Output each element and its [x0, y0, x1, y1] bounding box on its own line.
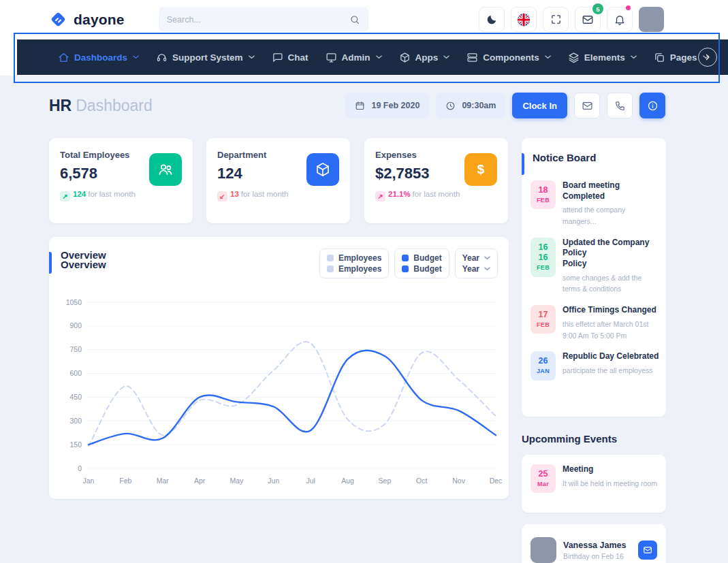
trend-value: 21.1%	[388, 190, 411, 198]
chevron-down-icon	[631, 55, 637, 59]
card-accent-bar	[49, 252, 52, 274]
mail-action-button[interactable]	[574, 93, 600, 118]
event-title: Meeting	[563, 464, 657, 475]
clock-icon	[445, 101, 456, 111]
bell-icon	[614, 14, 626, 26]
legend-employees-toggle[interactable]: Employees Employees	[319, 248, 389, 278]
clock-in-button[interactable]: Clock In	[512, 93, 567, 118]
svg-text:Aug: Aug	[341, 477, 354, 485]
budget-dot	[402, 266, 409, 272]
stat-trend: ↗21.1%for last month	[375, 189, 461, 202]
cube-icon	[306, 153, 339, 186]
chevron-down-icon	[484, 256, 490, 260]
time-picker[interactable]: 09:30am	[436, 93, 505, 118]
svg-text:Jan: Jan	[83, 477, 95, 485]
notice-desc: participate the all employess	[563, 365, 659, 376]
moon-icon	[486, 14, 498, 26]
birthday-card[interactable]: Vanessa James Birthday on Feb 16	[522, 524, 666, 563]
main-navbar: Dashboards Support System Chat Admin App…	[17, 39, 728, 75]
overview-chart: 01503004506007509001050JanFebMarAprMayJu…	[54, 291, 505, 493]
nav-item-label: Components	[483, 52, 539, 63]
meeting-event-card[interactable]: 25 Mar Meeting It will be held in meetin…	[522, 455, 666, 513]
topbar-actions: 5	[479, 7, 664, 32]
stat-trend: ↗124for last month	[60, 189, 146, 202]
upcoming-events-heading: Upcomming Events	[522, 433, 617, 445]
search-icon[interactable]	[349, 14, 360, 25]
nav-item-admin[interactable]: Admin	[326, 52, 382, 63]
chevron-down-icon	[376, 55, 382, 59]
nav-item-label: Admin	[342, 52, 370, 63]
nav-item-elements[interactable]: Elements	[568, 52, 637, 63]
notice-title: Board meeting Completed	[563, 180, 659, 202]
dollar-icon: $	[464, 153, 497, 186]
info-button[interactable]	[639, 93, 665, 118]
notice-board-list: 18 FEB Board meeting Completed attend th…	[531, 180, 659, 381]
svg-text:Feb: Feb	[119, 477, 131, 485]
trend-up-icon: ↗	[375, 191, 385, 202]
search-box[interactable]	[159, 7, 368, 32]
svg-text:Dec: Dec	[490, 477, 503, 485]
nav-item-label: Dashboards	[74, 52, 127, 63]
messages-button[interactable]: 5	[575, 7, 601, 32]
notice-title: Office Timings Changed	[563, 305, 659, 316]
mail-icon	[582, 14, 594, 26]
top-header: dayone	[0, 0, 728, 39]
user-avatar[interactable]	[639, 7, 664, 32]
chart-legend: Employees Employees Budget Budget Year Y…	[319, 248, 498, 278]
list-item[interactable]: 17 FEB Office Timings Changed this effet…	[531, 305, 659, 341]
nav-item-support-system[interactable]: Support System	[156, 52, 255, 63]
overview-title: Overview Overview	[61, 251, 106, 270]
logo[interactable]: dayone	[49, 10, 125, 29]
nav-scroll-right-button[interactable]	[698, 48, 717, 67]
nav-item-label: Apps	[415, 52, 439, 63]
phone-action-button[interactable]	[607, 93, 633, 118]
components-icon	[466, 52, 478, 63]
language-flag-button[interactable]	[511, 7, 537, 32]
stat-card-expenses: Expenses $2,7853 ↗21.1%for last month $	[364, 138, 508, 223]
admin-icon	[326, 52, 337, 63]
fullscreen-button[interactable]	[543, 7, 569, 32]
trend-value: 124	[73, 190, 86, 198]
elements-icon	[568, 52, 580, 63]
notice-board-title: Notice Board	[533, 152, 596, 163]
svg-text:Jun: Jun	[268, 477, 279, 485]
svg-text:Nov: Nov	[452, 477, 465, 485]
list-item[interactable]: 26 JAN Republic Day Celebrated participa…	[531, 351, 659, 380]
year-select[interactable]: Year Year	[455, 248, 498, 278]
page-title: HRDashboard	[49, 97, 153, 115]
list-item[interactable]: 16 16 FEB Updated the Company Policy Pol…	[531, 238, 659, 295]
nav-item-apps[interactable]: Apps	[399, 52, 450, 63]
date-picker[interactable]: 19 Feb 2020	[345, 93, 429, 118]
pages-icon	[654, 52, 665, 63]
trend-suffix: for last month	[413, 190, 460, 198]
page-title-bold: HR	[49, 97, 72, 114]
users-icon	[149, 153, 182, 186]
phone-icon	[614, 100, 626, 112]
svg-text:1050: 1050	[66, 298, 82, 306]
svg-text:750: 750	[69, 345, 82, 353]
search-input[interactable]	[167, 15, 349, 25]
svg-text:Apr: Apr	[194, 477, 206, 485]
notice-desc: this effetct after March 01st 9:00 Am To…	[563, 319, 659, 342]
notice-desc: attend the company mangers...	[563, 204, 659, 227]
trend-up-icon: ↗	[60, 191, 70, 202]
stat-trend: ↙13for last month	[217, 189, 303, 202]
nav-item-chat[interactable]: Chat	[272, 52, 308, 63]
svg-text:May: May	[230, 477, 244, 485]
employees-dot	[327, 255, 334, 261]
trend-suffix: for last month	[88, 190, 136, 198]
nav-item-components[interactable]: Components	[466, 52, 551, 63]
mail-icon	[582, 100, 593, 112]
trend-suffix: for last month	[241, 190, 289, 198]
notifications-button[interactable]	[607, 7, 633, 32]
person-name: Vanessa James	[563, 541, 626, 550]
chat-icon	[272, 52, 283, 63]
page-title-light: Dashboard	[76, 97, 153, 114]
uk-flag-icon	[516, 12, 531, 27]
dark-mode-button[interactable]	[479, 7, 505, 32]
legend-budget-toggle[interactable]: Budget Budget	[394, 248, 449, 278]
list-item[interactable]: 18 FEB Board meeting Completed attend th…	[531, 180, 659, 227]
date-badge: 26 JAN	[531, 351, 556, 380]
send-wish-button[interactable]	[638, 541, 657, 560]
nav-item-dashboards[interactable]: Dashboards	[58, 52, 139, 63]
